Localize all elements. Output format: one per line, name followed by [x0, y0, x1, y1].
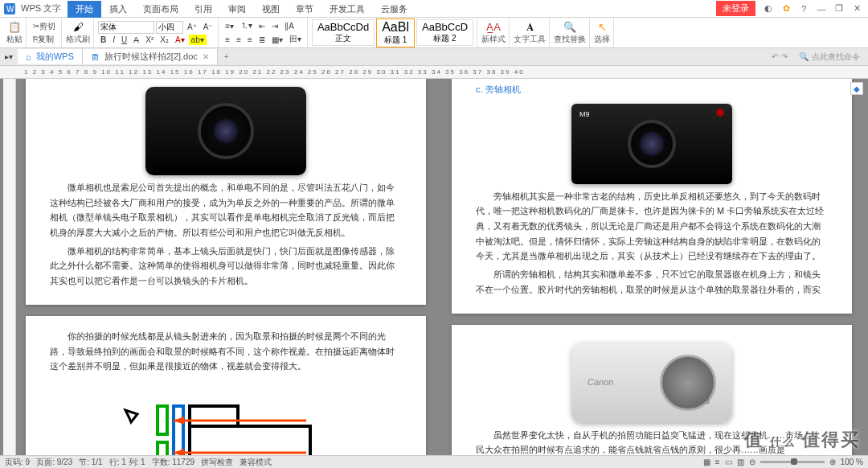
- status-line[interactable]: 行: 1 列: 1: [109, 457, 145, 468]
- svg-rect-5: [190, 426, 310, 455]
- indent-inc-icon[interactable]: ⇥: [269, 21, 280, 31]
- style-h1[interactable]: AaBl标题 1: [376, 18, 415, 47]
- nav-pane-icon[interactable]: ◆: [850, 82, 863, 95]
- tab-layout[interactable]: 页面布局: [135, 1, 186, 18]
- command-search[interactable]: ↶ ↷ 🔍 点此查找命令: [772, 51, 868, 63]
- tab-ref[interactable]: 引用: [186, 1, 220, 18]
- heading-c: c. 旁轴相机: [476, 82, 828, 97]
- align-right-icon[interactable]: ≡: [245, 35, 255, 45]
- svg-rect-2: [158, 406, 167, 434]
- svg-rect-3: [158, 442, 167, 455]
- optical-diagram: [113, 382, 338, 455]
- feedback-icon[interactable]: ✿: [778, 2, 794, 16]
- min-icon[interactable]: —: [813, 2, 829, 16]
- select-icon[interactable]: ↖: [594, 21, 610, 34]
- zoom-value[interactable]: 100 %: [841, 458, 863, 466]
- status-pages[interactable]: 页面: 9/23: [36, 457, 72, 468]
- bullets-icon[interactable]: ≡▾: [223, 21, 236, 31]
- zoom-in-icon[interactable]: ⊕: [829, 458, 836, 466]
- login-button[interactable]: 未登录: [716, 1, 755, 16]
- tab-review[interactable]: 审阅: [220, 1, 254, 18]
- align-left-icon[interactable]: ≡: [223, 35, 232, 45]
- doctab-home[interactable]: ⌂我的WPS: [18, 49, 83, 64]
- tab-cloud[interactable]: 云服务: [373, 1, 416, 18]
- tab-insert[interactable]: 插入: [101, 1, 135, 18]
- doc-tabs: ▸▾ ⌂我的WPS 🖹旅行时候这样拍2[2].doc✕ + ↶ ↷ 🔍 点此查找…: [0, 48, 868, 66]
- justify-icon[interactable]: ≣: [256, 35, 268, 45]
- style-h2[interactable]: AaBbCcD标题 2: [416, 19, 473, 46]
- strike-button[interactable]: A̶: [131, 35, 141, 45]
- text-tool-icon[interactable]: 𝐀: [522, 21, 538, 34]
- font-color-icon[interactable]: A▾: [173, 35, 187, 45]
- italic-button[interactable]: I: [110, 35, 117, 45]
- clipboard-group: 📋 粘贴: [3, 18, 27, 47]
- doc-icon: 🖹: [91, 52, 100, 62]
- tab-list-icon[interactable]: ▸▾: [0, 52, 18, 61]
- grow-font-icon[interactable]: A⁺: [185, 22, 199, 32]
- align-center-icon[interactable]: ≡: [234, 35, 244, 45]
- style-normal[interactable]: AaBbCcDd正文: [312, 19, 375, 46]
- tab-dev[interactable]: 开发工具: [321, 1, 373, 18]
- status-page[interactable]: 页码: 9: [5, 457, 30, 468]
- status-words[interactable]: 字数: 11729: [152, 457, 194, 468]
- vertical-ruler[interactable]: [3, 79, 16, 455]
- format-painter-icon[interactable]: 🖌: [70, 21, 86, 34]
- new-tab-icon[interactable]: +: [218, 52, 235, 61]
- redo-icon[interactable]: ↷: [781, 52, 788, 61]
- svg-rect-4: [174, 406, 183, 455]
- tab-view[interactable]: 视图: [254, 1, 288, 18]
- titlebar: W WPS 文字 开始 插入 页面布局 引用 审阅 视图 章节 开发工具 云服务…: [0, 0, 868, 18]
- view-read-icon[interactable]: ▥: [737, 458, 744, 466]
- doctab-file[interactable]: 🖹旅行时候这样拍2[2].doc✕: [83, 49, 218, 64]
- svg-text:W: W: [6, 5, 14, 14]
- workspace: 微单相机也是索尼公司首先提出的概念，和单电不同的是，尽管叫法五花八门，如今这种结…: [0, 79, 868, 455]
- skin-icon[interactable]: ◐: [760, 2, 776, 16]
- page-left-1: 微单相机也是索尼公司首先提出的概念，和单电不同的是，尽管叫法五花八门，如今这种结…: [26, 79, 426, 305]
- restore-icon[interactable]: ❐: [831, 2, 847, 16]
- zoom-slider[interactable]: [760, 461, 825, 463]
- shrink-font-icon[interactable]: A⁻: [201, 22, 215, 32]
- styles-group: AaBbCcDd正文 AaBl标题 1 AaBbCcD标题 2: [309, 18, 477, 47]
- bold-button[interactable]: B: [98, 35, 108, 45]
- view-web-icon[interactable]: ▭: [725, 458, 732, 466]
- statusbar: 页码: 9 页面: 9/23 节: 1/1 行: 1 列: 1 字数: 1172…: [0, 455, 868, 468]
- body-text: 微单相机的结构非常简单，基本上镜头后面就是快门，快门后面就是图像传感器，除此之外…: [50, 244, 402, 289]
- page-right-1: c. 旁轴相机 M9 旁轴相机其实是一种非常古老的结构，历史比单反相机还要悠久，…: [452, 79, 852, 314]
- undo-icon[interactable]: ↶: [772, 52, 778, 61]
- shading-icon[interactable]: ▦▾: [269, 35, 285, 45]
- find-group: 🔍 查找替换: [551, 18, 590, 47]
- status-section[interactable]: 节: 1/1: [79, 457, 102, 468]
- view-print-icon[interactable]: ▦: [703, 458, 710, 466]
- sub-button[interactable]: X₂: [158, 35, 171, 45]
- new-style-icon[interactable]: A̲A: [485, 21, 502, 34]
- status-spell[interactable]: 拼写检查: [201, 457, 233, 468]
- app-name: WPS 文字: [21, 2, 61, 14]
- underline-button[interactable]: U: [119, 35, 129, 45]
- find-icon[interactable]: 🔍: [562, 21, 578, 34]
- size-select[interactable]: [156, 21, 183, 34]
- copy-button[interactable]: ⎘ 复制: [31, 33, 56, 46]
- highlight-icon[interactable]: ab▾: [189, 35, 207, 45]
- numbering-icon[interactable]: ⒈▾: [238, 19, 255, 32]
- body-text: 微单相机也是索尼公司首先提出的概念，和单电不同的是，尽管叫法五花八门，如今这种结…: [50, 180, 402, 240]
- line-spacing-icon[interactable]: ‖A: [282, 21, 297, 31]
- camera-image-m9: M9: [476, 104, 828, 184]
- font-select[interactable]: [98, 21, 154, 34]
- paragraph-group: ≡▾ ⒈▾ ⇤ ⇥ ‖A ≡ ≡ ≡ ≣ ▦▾ 田▾: [219, 18, 308, 47]
- view-outline-icon[interactable]: ≡: [715, 458, 720, 466]
- close-icon[interactable]: ✕: [849, 2, 865, 16]
- horizontal-ruler[interactable]: 1 2 3 4 5 6 7 8 9 10 11 12 13 14 15 16 1…: [0, 66, 868, 79]
- paste-icon[interactable]: 📋: [6, 21, 23, 34]
- tab-section[interactable]: 章节: [288, 1, 321, 18]
- cut-button[interactable]: ✂ 剪切: [31, 20, 58, 33]
- tab-start[interactable]: 开始: [68, 1, 101, 18]
- help-icon[interactable]: ?: [796, 2, 812, 16]
- window-controls: 未登录 ◐ ✿ ? — ❐ ✕: [716, 0, 868, 17]
- super-button[interactable]: X²: [143, 35, 156, 45]
- zoom-out-icon[interactable]: ⊖: [749, 458, 755, 466]
- border-icon[interactable]: 田▾: [287, 33, 304, 46]
- app-logo: W: [3, 2, 16, 15]
- close-tab-icon[interactable]: ✕: [203, 52, 209, 61]
- indent-dec-icon[interactable]: ⇤: [256, 21, 268, 31]
- camera-image-silver: CanonIXUS: [476, 343, 828, 423]
